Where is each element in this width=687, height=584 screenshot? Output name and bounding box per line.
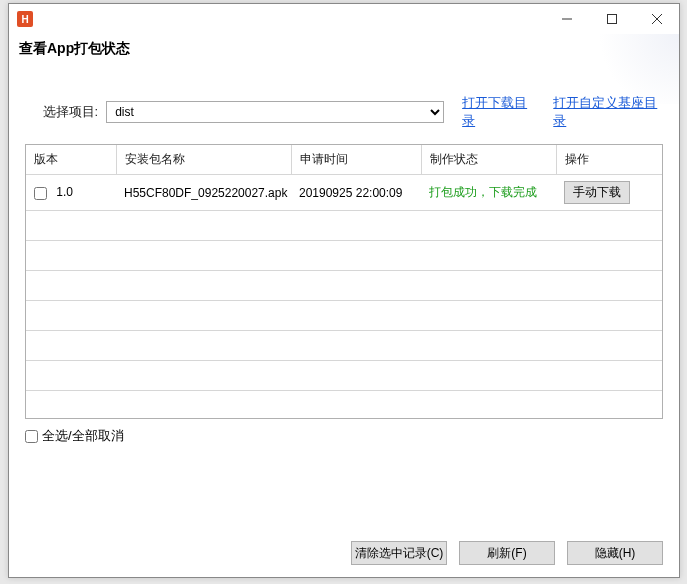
- col-header-version[interactable]: 版本: [26, 145, 116, 175]
- cell-version: 1.0: [26, 175, 116, 211]
- project-label: 选择项目:: [25, 103, 98, 121]
- select-all-checkbox[interactable]: [25, 430, 38, 443]
- footer-buttons: 清除选中记录(C) 刷新(F) 隐藏(H): [351, 541, 663, 565]
- version-text: 1.0: [56, 185, 73, 199]
- refresh-button[interactable]: 刷新(F): [459, 541, 555, 565]
- table-container: 版本 安装包名称 申请时间 制作状态 操作 1.0 H55CF80DF_0925…: [25, 144, 663, 419]
- empty-row: [26, 241, 662, 271]
- minimize-icon: [562, 14, 572, 24]
- close-button[interactable]: [634, 4, 679, 34]
- window-title: 查看App打包状态: [9, 34, 679, 58]
- table-row[interactable]: 1.0 H55CF80DF_0925220027.apk 20190925 22…: [26, 175, 662, 211]
- clear-selected-button[interactable]: 清除选中记录(C): [351, 541, 447, 565]
- open-download-dir-link[interactable]: 打开下载目录: [462, 94, 535, 130]
- select-all-label: 全选/全部取消: [42, 427, 124, 445]
- maximize-icon: [607, 14, 617, 24]
- empty-row: [26, 331, 662, 361]
- cell-time: 20190925 22:00:09: [291, 175, 421, 211]
- hide-button[interactable]: 隐藏(H): [567, 541, 663, 565]
- window-controls: [544, 4, 679, 34]
- col-header-status[interactable]: 制作状态: [421, 145, 556, 175]
- close-icon: [652, 14, 662, 24]
- table-header-row: 版本 安装包名称 申请时间 制作状态 操作: [26, 145, 662, 175]
- col-header-time[interactable]: 申请时间: [291, 145, 421, 175]
- package-table: 版本 安装包名称 申请时间 制作状态 操作 1.0 H55CF80DF_0925…: [26, 145, 662, 419]
- open-custom-base-dir-link[interactable]: 打开自定义基座目录: [553, 94, 663, 130]
- content-area: 选择项目: dist 打开下载目录 打开自定义基座目录 版本 安装包名称 申请时…: [9, 58, 679, 453]
- dialog-window: H 查看App打包状态 选择项目: dist 打开下载目录 打开自定义基座目录: [8, 3, 680, 578]
- svg-rect-1: [607, 15, 616, 24]
- empty-row: [26, 211, 662, 241]
- empty-row: [26, 361, 662, 391]
- cell-action: 手动下载: [556, 175, 662, 211]
- cell-status: 打包成功，下载完成: [421, 175, 556, 211]
- titlebar: H: [9, 4, 679, 34]
- select-all-row: 全选/全部取消: [25, 427, 663, 445]
- maximize-button[interactable]: [589, 4, 634, 34]
- cell-package: H55CF80DF_0925220027.apk: [116, 175, 291, 211]
- minimize-button[interactable]: [544, 4, 589, 34]
- empty-row: [26, 391, 662, 420]
- project-select[interactable]: dist: [106, 101, 444, 123]
- app-icon: H: [17, 11, 33, 27]
- empty-row: [26, 271, 662, 301]
- col-header-package[interactable]: 安装包名称: [116, 145, 291, 175]
- col-header-action[interactable]: 操作: [556, 145, 662, 175]
- empty-row: [26, 301, 662, 331]
- project-row: 选择项目: dist 打开下载目录 打开自定义基座目录: [25, 94, 663, 130]
- manual-download-button[interactable]: 手动下载: [564, 181, 630, 204]
- table-body: 1.0 H55CF80DF_0925220027.apk 20190925 22…: [26, 175, 662, 420]
- row-checkbox[interactable]: [34, 187, 47, 200]
